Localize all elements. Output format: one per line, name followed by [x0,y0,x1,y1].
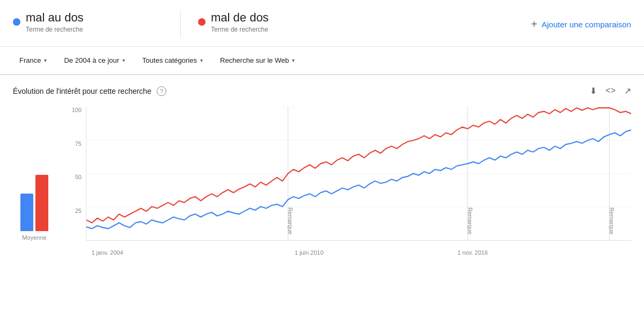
chart-title-area: Évolution de l'intérêt pour cette recher… [13,86,166,96]
term2-info: mal de dos Terme de recherche [211,11,269,33]
period-label: De 2004 à ce jour [64,56,119,64]
country-filter[interactable]: France ▾ [13,53,53,68]
chart-title: Évolution de l'intérêt pour cette recher… [13,87,151,95]
y-label-75: 75 [75,140,82,147]
y-label-100: 100 [72,107,82,113]
category-label: Toutes catégories [142,56,197,64]
x-labels: 1 janv. 2004 1 juin 2010 1 nov. 2016 [86,241,631,257]
category-filter[interactable]: Toutes catégories ▾ [136,53,209,68]
period-filter[interactable]: De 2004 à ce jour ▾ [57,53,131,68]
x-label-2016: 1 nov. 2016 [457,249,488,256]
chart-section: Évolution de l'intérêt pour cette recher… [0,75,644,268]
y-axis: 100 75 50 25 [64,107,86,241]
y-label-25: 25 [75,208,82,214]
remark-label-3: Remarque [609,208,614,235]
period-chevron-icon: ▾ [122,57,125,63]
add-comparison-label: Ajouter une comparaison [541,20,631,29]
category-chevron-icon: ▾ [200,57,203,63]
avg-bars-group [20,156,48,231]
chart-svg: Remarque Remarque Remarque [86,107,631,240]
country-chevron-icon: ▾ [44,57,47,63]
term2-title: mal de dos [211,11,269,25]
chart-container: Moyenne 100 75 50 25 [13,107,631,257]
x-label-2010: 1 juin 2010 [295,249,324,256]
term2-sublabel: Terme de recherche [211,26,269,33]
term1-info: mal au dos Terme de recherche [26,11,84,33]
average-label: Moyenne [22,234,46,241]
y-label-50: 50 [75,174,82,180]
search-term-1: mal au dos Terme de recherche [13,11,163,33]
term1-title: mal au dos [26,11,84,25]
type-label: Recherche sur le Web [220,56,289,64]
chart-actions: ⬇ <> ↗ [590,86,631,96]
header-divider [180,11,181,38]
share-button[interactable]: ↗ [624,86,631,96]
embed-button[interactable]: <> [605,86,616,96]
avg-bar-blue [20,194,33,231]
add-comparison-button[interactable]: + Ajouter une comparaison [531,14,631,35]
remark-label-2: Remarque [467,208,473,235]
average-bars: Moyenne [13,107,56,257]
type-chevron-icon: ▾ [292,57,295,63]
main-chart: 100 75 50 25 [64,107,631,257]
chart-header: Évolution de l'intérêt pour cette recher… [13,86,631,96]
term2-dot [198,18,206,26]
filters-bar: France ▾ De 2004 à ce jour ▾ Toutes caté… [0,47,644,75]
red-line [86,108,631,223]
x-label-2004: 1 janv. 2004 [91,249,123,256]
help-icon[interactable]: ? [157,86,166,96]
header-bar: mal au dos Terme de recherche mal de dos… [0,0,644,47]
search-term-2: mal de dos Terme de recherche [198,11,348,33]
remark-label-1: Remarque [287,208,293,235]
plus-icon: + [531,18,538,31]
download-button[interactable]: ⬇ [590,86,597,96]
term1-sublabel: Terme de recherche [26,26,84,33]
avg-bar-red [35,175,48,231]
blue-line [86,130,631,228]
type-filter[interactable]: Recherche sur le Web ▾ [214,53,301,68]
country-label: France [19,56,41,64]
term1-dot [13,18,20,26]
chart-plot: Remarque Remarque Remarque [86,107,631,241]
